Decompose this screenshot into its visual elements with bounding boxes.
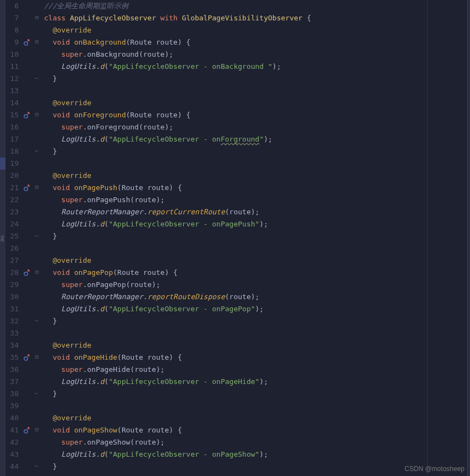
code-line[interactable]: @override: [44, 339, 467, 351]
code-line[interactable]: super.onPagePush(route);: [44, 194, 467, 206]
line-number[interactable]: 44: [8, 461, 19, 473]
code-line[interactable]: LogUtils.d("AppLifecycleObserver - onPag…: [44, 218, 467, 230]
fold-open-icon[interactable]: ⊟: [35, 269, 39, 275]
code-line[interactable]: [44, 242, 467, 255]
code-line[interactable]: RouterReportManager.reportCurrentRoute(r…: [44, 206, 467, 218]
line-number[interactable]: 42: [8, 436, 19, 448]
line-number[interactable]: 35: [8, 351, 19, 364]
line-number[interactable]: 33: [8, 327, 19, 339]
fold-close-icon[interactable]: ⌙: [35, 317, 39, 323]
code-line[interactable]: super.onPageShow(route);: [44, 436, 467, 448]
fold-close-icon[interactable]: ⌙: [35, 232, 39, 239]
override-gutter-icon[interactable]: [23, 111, 32, 119]
line-number[interactable]: 38: [8, 388, 19, 400]
override-gutter-icon[interactable]: [23, 39, 32, 46]
code-line[interactable]: void onForeground(Route route) {: [44, 109, 467, 121]
code-line[interactable]: ///全局生命周期监听示例: [44, 0, 467, 12]
line-number[interactable]: 12: [8, 73, 19, 85]
code-line[interactable]: super.onPagePop(route);: [44, 279, 467, 291]
line-number[interactable]: 18: [8, 145, 19, 158]
line-number[interactable]: 8: [8, 24, 19, 36]
line-number[interactable]: 37: [8, 376, 19, 388]
line-number[interactable]: 23: [8, 206, 19, 218]
override-gutter-icon[interactable]: [23, 269, 32, 277]
code-line[interactable]: void onPagePop(Route route) {: [44, 267, 467, 279]
code-line[interactable]: @override: [44, 170, 467, 182]
fold-open-icon[interactable]: ⊟: [35, 354, 39, 360]
line-number[interactable]: 31: [8, 303, 19, 315]
code-line[interactable]: LogUtils.d("AppLifecycleObserver - onPag…: [44, 303, 467, 315]
code-line[interactable]: void onPageHide(Route route) {: [44, 351, 467, 364]
line-number[interactable]: 17: [8, 133, 19, 145]
line-number[interactable]: 15: [8, 109, 19, 121]
line-number[interactable]: 39: [8, 400, 19, 412]
line-number[interactable]: 20: [8, 170, 19, 182]
code-line[interactable]: [44, 400, 467, 412]
code-line[interactable]: LogUtils.d("AppLifecycleObserver - onFor…: [44, 133, 467, 145]
code-line[interactable]: super.onPageHide(route);: [44, 364, 467, 376]
code-line[interactable]: @override: [44, 255, 467, 267]
fold-close-icon[interactable]: ⌙: [35, 75, 39, 81]
line-number[interactable]: 25: [8, 230, 19, 242]
code-line[interactable]: super.onForeground(route);: [44, 121, 467, 133]
fold-close-icon[interactable]: ⌙: [35, 390, 39, 396]
line-number[interactable]: 6: [8, 0, 19, 12]
line-number[interactable]: 29: [8, 279, 19, 291]
code-line[interactable]: [44, 85, 467, 97]
code-line[interactable]: @override: [44, 97, 467, 109]
line-number[interactable]: 30: [8, 291, 19, 303]
fold-open-icon[interactable]: ⊟: [35, 111, 39, 117]
code-line[interactable]: }: [44, 315, 467, 327]
code-line[interactable]: @override: [44, 412, 467, 424]
scrollbar-track[interactable]: [467, 0, 470, 476]
line-number[interactable]: 41: [8, 424, 19, 436]
line-number[interactable]: 40: [8, 412, 19, 424]
code-editor[interactable]: ne 6789101112131415161718192021222324252…: [0, 0, 470, 476]
override-gutter-icon[interactable]: [23, 354, 32, 361]
code-line[interactable]: }: [44, 230, 467, 242]
line-number[interactable]: 22: [8, 194, 19, 206]
line-number[interactable]: 9: [8, 36, 19, 48]
line-number[interactable]: 28: [8, 267, 19, 279]
code-line[interactable]: @override: [44, 24, 467, 36]
code-content[interactable]: ///全局生命周期监听示例class AppLifecycleObserver …: [42, 0, 467, 476]
code-line[interactable]: }: [44, 145, 467, 158]
line-number[interactable]: 7: [8, 12, 19, 24]
line-number[interactable]: 14: [8, 97, 19, 109]
code-line[interactable]: LogUtils.d("AppLifecycleObserver - onPag…: [44, 448, 467, 461]
fold-column[interactable]: ⊟⊟⌙⊟⌙⊟⌙⊟⌙⊟⌙⊟⌙: [34, 0, 42, 476]
code-line[interactable]: [44, 327, 467, 339]
fold-open-icon[interactable]: ⊟: [35, 14, 39, 20]
fold-open-icon[interactable]: ⊟: [35, 184, 39, 190]
code-line[interactable]: LogUtils.d("AppLifecycleObserver - onPag…: [44, 376, 467, 388]
line-number[interactable]: 19: [8, 158, 19, 170]
code-line[interactable]: class AppLifecycleObserver with GlobalPa…: [44, 12, 467, 24]
code-line[interactable]: super.onBackground(route);: [44, 48, 467, 61]
code-line[interactable]: void onBackground(Route route) {: [44, 36, 467, 48]
line-number[interactable]: 34: [8, 339, 19, 351]
line-number[interactable]: 26: [8, 242, 19, 255]
line-number[interactable]: 13: [8, 85, 19, 97]
line-number[interactable]: 24: [8, 218, 19, 230]
override-gutter-icon[interactable]: [23, 426, 32, 434]
line-number[interactable]: 43: [8, 448, 19, 461]
fold-open-icon[interactable]: ⊟: [35, 426, 39, 432]
fold-close-icon[interactable]: ⌙: [35, 148, 39, 154]
line-number[interactable]: 32: [8, 315, 19, 327]
line-number[interactable]: 16: [8, 121, 19, 133]
code-line[interactable]: void onPagePush(Route route) {: [44, 182, 467, 194]
line-number[interactable]: 11: [8, 61, 19, 73]
line-number[interactable]: 10: [8, 48, 19, 61]
code-line[interactable]: }: [44, 388, 467, 400]
code-line[interactable]: }: [44, 73, 467, 85]
override-gutter-icon[interactable]: [23, 184, 32, 192]
line-number[interactable]: 36: [8, 364, 19, 376]
line-number[interactable]: 27: [8, 255, 19, 267]
code-line[interactable]: LogUtils.d("AppLifecycleObserver - onBac…: [44, 61, 467, 73]
code-line[interactable]: void onPageShow(Route route) {: [44, 424, 467, 436]
code-line[interactable]: RouterReportManager.reportRouteDispose(r…: [44, 291, 467, 303]
line-number[interactable]: 21: [8, 182, 19, 194]
line-number-gutter[interactable]: 6789101112131415161718192021222324252627…: [6, 0, 22, 476]
code-line[interactable]: }: [44, 461, 467, 473]
fold-close-icon[interactable]: ⌙: [35, 463, 39, 469]
